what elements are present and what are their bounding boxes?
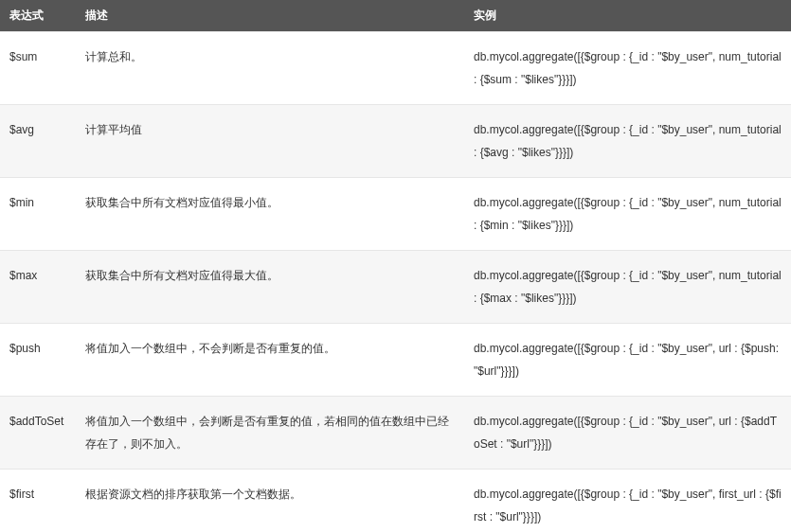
header-description: 描述	[76, 0, 464, 32]
table-row: $min 获取集合中所有文档对应值得最小值。 db.mycol.aggregat…	[0, 178, 791, 251]
cell-example: db.mycol.aggregate([{$group : {_id : "$b…	[464, 32, 791, 105]
table-row: $sum 计算总和。 db.mycol.aggregate([{$group :…	[0, 32, 791, 105]
table-row: $avg 计算平均值 db.mycol.aggregate([{$group :…	[0, 105, 791, 178]
cell-example: db.mycol.aggregate([{$group : {_id : "$b…	[464, 105, 791, 178]
cell-description: 获取集合中所有文档对应值得最小值。	[76, 178, 464, 251]
cell-expression: $first	[0, 470, 76, 533]
cell-description: 根据资源文档的排序获取第一个文档数据。	[76, 470, 464, 533]
cell-expression: $min	[0, 178, 76, 251]
cell-example: db.mycol.aggregate([{$group : {_id : "$b…	[464, 178, 791, 251]
cell-description: 获取集合中所有文档对应值得最大值。	[76, 251, 464, 324]
cell-description: 计算平均值	[76, 105, 464, 178]
table-header: 表达式 描述 实例	[0, 0, 791, 32]
table-row: $first 根据资源文档的排序获取第一个文档数据。 db.mycol.aggr…	[0, 470, 791, 533]
cell-expression: $addToSet	[0, 397, 76, 470]
cell-description: 将值加入一个数组中，会判断是否有重复的值，若相同的值在数组中已经存在了，则不加入…	[76, 397, 464, 470]
cell-example: db.mycol.aggregate([{$group : {_id : "$b…	[464, 324, 791, 397]
table-row: $max 获取集合中所有文档对应值得最大值。 db.mycol.aggregat…	[0, 251, 791, 324]
table-row: $addToSet 将值加入一个数组中，会判断是否有重复的值，若相同的值在数组中…	[0, 397, 791, 470]
header-example: 实例	[464, 0, 791, 32]
cell-description: 计算总和。	[76, 32, 464, 105]
table-body: $sum 计算总和。 db.mycol.aggregate([{$group :…	[0, 32, 791, 533]
cell-expression: $push	[0, 324, 76, 397]
cell-example: db.mycol.aggregate([{$group : {_id : "$b…	[464, 397, 791, 470]
cell-expression: $avg	[0, 105, 76, 178]
header-expression: 表达式	[0, 0, 76, 32]
cell-example: db.mycol.aggregate([{$group : {_id : "$b…	[464, 470, 791, 533]
table-row: $push 将值加入一个数组中，不会判断是否有重复的值。 db.mycol.ag…	[0, 324, 791, 397]
cell-example: db.mycol.aggregate([{$group : {_id : "$b…	[464, 251, 791, 324]
cell-description: 将值加入一个数组中，不会判断是否有重复的值。	[76, 324, 464, 397]
aggregate-operators-table: 表达式 描述 实例 $sum 计算总和。 db.mycol.aggregate(…	[0, 0, 791, 532]
cell-expression: $sum	[0, 32, 76, 105]
cell-expression: $max	[0, 251, 76, 324]
